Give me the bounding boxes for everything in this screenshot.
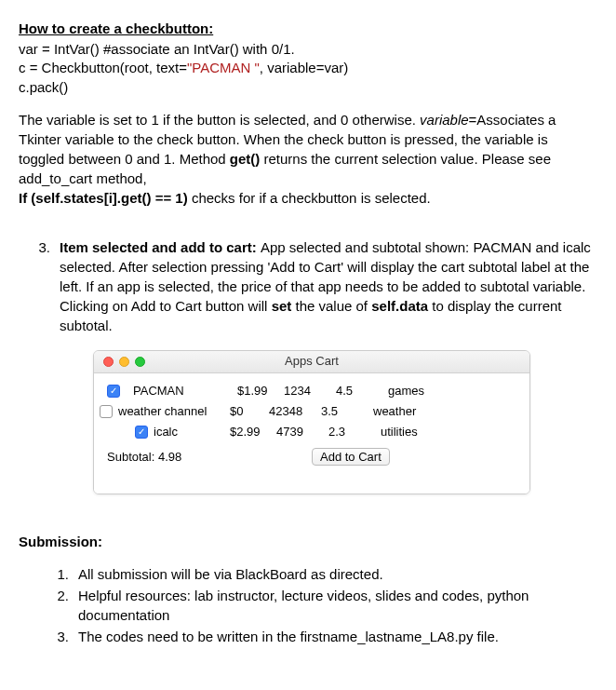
checkbox-pacman[interactable]: ✓ (107, 385, 120, 398)
para-text: The variable is set to 1 if the button i… (19, 112, 420, 128)
list-text: The codes need to be written in the firs… (78, 627, 597, 646)
list-number: 2. (56, 586, 78, 625)
window-titlebar: Apps Cart (94, 351, 529, 373)
app-category: weather (373, 403, 438, 420)
list-number: 3. (56, 627, 78, 646)
app-name: icalc (154, 424, 230, 440)
para-text: checks for if a checkbutton is selected. (192, 190, 431, 206)
paragraph-explanation: The variable is set to 1 if the button i… (19, 110, 597, 208)
app-id: 1234 (284, 383, 336, 399)
app-id: 4739 (276, 424, 328, 440)
submission-list: 1. All submission will be via BlackBoard… (37, 564, 597, 646)
app-price: $0 (230, 403, 269, 420)
app-rating: 3.5 (321, 403, 373, 420)
code-line-2: c = Checkbutton(root, text="PACMAN ", va… (19, 59, 597, 77)
app-row: ✓ icalc $2.99 4739 2.3 utilities (107, 422, 516, 442)
submission-heading: Submission: (19, 532, 597, 551)
list-text: Helpful resources: lab instructor, lectu… (78, 586, 597, 625)
item3-text: the value of (291, 298, 371, 314)
list-item-3: 3. Item selected and add to cart: App se… (37, 237, 597, 335)
code-text: , variable=var) (260, 60, 348, 75)
bold-selfdata: self.data (371, 298, 428, 314)
list-item: 1. All submission will be via BlackBoard… (56, 564, 597, 584)
code-block: var = IntVar() #associate an IntVar() wi… (19, 40, 597, 97)
list-item: 3. The codes need to be written in the f… (56, 627, 597, 646)
app-row: ✓ PACMAN $1.99 1234 4.5 games (107, 381, 516, 401)
bold-set: set (272, 298, 292, 314)
app-category: utilities (381, 424, 446, 440)
list-text: All submission will be via BlackBoard as… (78, 564, 597, 584)
list-item: 2. Helpful resources: lab instructor, le… (56, 586, 597, 625)
app-category: games (388, 383, 453, 399)
app-window: Apps Cart ✓ PACMAN $1.99 1234 4.5 games … (93, 350, 530, 495)
traffic-lights (94, 357, 145, 367)
bold-if-stmt: If (self.states[i].get() == 1) (19, 190, 192, 206)
app-price: $2.99 (230, 424, 276, 440)
window-body: ✓ PACMAN $1.99 1234 4.5 games weather ch… (94, 373, 529, 494)
app-name: PACMAN (126, 383, 237, 399)
code-line-1: var = IntVar() #associate an IntVar() wi… (19, 40, 597, 59)
italic-variable: variable (420, 112, 469, 128)
checkbox-weather[interactable] (100, 405, 113, 418)
app-rating: 2.3 (328, 424, 381, 440)
code-line-3: c.pack() (19, 78, 597, 97)
code-string-literal: "PACMAN " (187, 60, 260, 75)
code-text: c = Checkbutton(root, text= (19, 60, 187, 75)
item3-title: Item selected and add to cart: (60, 239, 261, 255)
list-number: 1. (56, 564, 78, 584)
list-number: 3. (37, 237, 60, 335)
window-title: Apps Cart (94, 353, 529, 370)
app-rating: 4.5 (336, 383, 388, 399)
app-row: weather channel $0 42348 3.5 weather (107, 401, 516, 422)
close-icon[interactable] (103, 357, 114, 367)
add-to-cart-button[interactable]: Add to Cart (312, 448, 390, 466)
minimize-icon[interactable] (119, 357, 129, 367)
list-body: Item selected and add to cart: App selec… (60, 237, 597, 335)
app-id: 42348 (269, 403, 321, 420)
maximize-icon[interactable] (135, 357, 145, 367)
subtotal-label: Subtotal: 4.98 (107, 449, 293, 466)
app-name: weather channel (118, 403, 230, 420)
app-price: $1.99 (237, 383, 284, 399)
section-heading: How to create a checkbutton: (19, 19, 597, 38)
subtotal-row: Subtotal: 4.98 Add to Cart (107, 442, 516, 466)
checkbox-icalc[interactable]: ✓ (135, 426, 148, 439)
bold-get: get() (230, 151, 261, 167)
